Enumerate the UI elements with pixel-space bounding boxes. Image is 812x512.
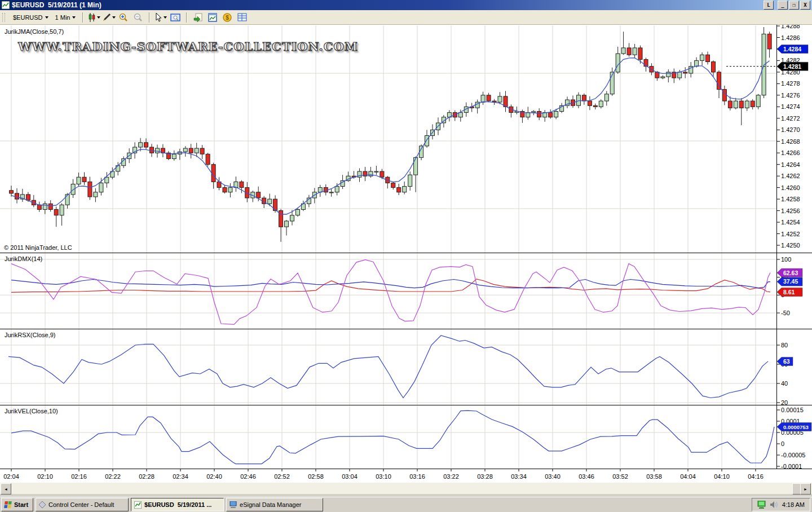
data-series-icon bbox=[193, 13, 202, 22]
svg-text:1.4276: 1.4276 bbox=[781, 92, 800, 99]
tray-monitor-icon[interactable] bbox=[757, 501, 766, 509]
svg-text:1.4252: 1.4252 bbox=[781, 231, 800, 237]
svg-text:1.4254: 1.4254 bbox=[781, 219, 800, 226]
svg-text:0.00015: 0.00015 bbox=[781, 407, 804, 413]
svg-text:02:52: 02:52 bbox=[274, 473, 290, 480]
drawing-tools-icon bbox=[102, 13, 111, 22]
svg-text:1.4250: 1.4250 bbox=[781, 242, 800, 249]
svg-text:62.63: 62.63 bbox=[783, 270, 798, 276]
svg-text:03:28: 03:28 bbox=[477, 473, 493, 480]
svg-text:100: 100 bbox=[781, 256, 791, 263]
toolbar-separator bbox=[186, 12, 187, 23]
snapshot-button[interactable] bbox=[169, 12, 182, 23]
interval-selector[interactable]: 1 Min bbox=[52, 13, 79, 22]
chevron-down-icon bbox=[97, 16, 100, 19]
price-badge: 1.4284 bbox=[777, 45, 808, 53]
horizontal-scrollbar[interactable]: ◄ ► bbox=[0, 483, 812, 494]
zoom-out-button[interactable] bbox=[131, 12, 145, 23]
instrument-selector[interactable]: $EURUSD bbox=[10, 13, 51, 22]
svg-text:80: 80 bbox=[781, 342, 788, 348]
svg-text:8.61: 8.61 bbox=[783, 289, 795, 295]
panel-label-dmx: JurikDMX(14) bbox=[5, 255, 42, 262]
data-series-button[interactable] bbox=[191, 12, 205, 23]
account-button[interactable]: $ bbox=[220, 12, 234, 23]
title-bar[interactable]: $EURUSD 5/19/2011 (1 Min) L _ ❐ X bbox=[0, 0, 812, 10]
chart-icon bbox=[134, 501, 142, 509]
svg-text:02:40: 02:40 bbox=[206, 473, 222, 480]
cursor-button[interactable] bbox=[154, 12, 167, 23]
chart-toolbar: $EURUSD 1 Min $ bbox=[0, 10, 812, 25]
interval-label: 1 Min bbox=[55, 14, 70, 21]
watermark: WWW.TRADING-SOFTWARE-COLLECTION.COM bbox=[18, 39, 358, 54]
taskbar: Start Control Center - Default $EURUSD 5… bbox=[0, 497, 812, 512]
restore-button[interactable]: ❐ bbox=[789, 1, 799, 10]
scroll-thumb[interactable] bbox=[792, 483, 801, 495]
svg-text:03:52: 03:52 bbox=[612, 473, 628, 480]
start-button[interactable]: Start bbox=[1, 498, 33, 511]
price-badge: 62.63 bbox=[777, 268, 802, 277]
svg-text:40: 40 bbox=[781, 380, 788, 387]
price-badge: 0.0000753 bbox=[777, 422, 811, 431]
taskbar-item-label: Control Center - Default bbox=[48, 501, 114, 508]
monitor-icon bbox=[230, 501, 237, 508]
svg-text:02:34: 02:34 bbox=[173, 473, 188, 480]
svg-text:1.4278: 1.4278 bbox=[781, 80, 800, 87]
svg-text:04:16: 04:16 bbox=[748, 473, 764, 480]
data-grid-button[interactable] bbox=[235, 12, 249, 23]
svg-text:02:16: 02:16 bbox=[71, 473, 87, 480]
chevron-down-icon bbox=[45, 16, 48, 19]
chart-window-button[interactable] bbox=[206, 12, 219, 23]
taskbar-item-label: $EURUSD 5/19/2011 ... bbox=[144, 501, 211, 508]
scroll-right-button[interactable]: ► bbox=[800, 483, 811, 495]
svg-text:$: $ bbox=[226, 15, 230, 21]
svg-text:03:16: 03:16 bbox=[409, 473, 425, 480]
svg-text:1.4286: 1.4286 bbox=[781, 34, 800, 41]
price-badge: 1.4281 bbox=[777, 62, 808, 70]
svg-text:1.4260: 1.4260 bbox=[781, 184, 800, 191]
svg-text:20: 20 bbox=[781, 399, 788, 406]
window-title: $EURUSD 5/19/2011 (1 Min) bbox=[12, 1, 102, 9]
svg-text:02:04: 02:04 bbox=[3, 473, 19, 480]
chart-area[interactable]: 1.42881.42861.42841.42821.42801.42781.42… bbox=[0, 0, 812, 497]
svg-text:1.4284: 1.4284 bbox=[783, 46, 801, 52]
close-button[interactable]: X bbox=[800, 1, 810, 10]
svg-text:02:10: 02:10 bbox=[37, 473, 53, 480]
scroll-left-button[interactable]: ◄ bbox=[1, 483, 11, 495]
link-button[interactable]: L bbox=[764, 1, 774, 10]
zoom-in-button[interactable] bbox=[117, 12, 130, 23]
svg-text:02:28: 02:28 bbox=[139, 473, 155, 480]
bar-type-button[interactable] bbox=[87, 12, 101, 23]
svg-text:1.4268: 1.4268 bbox=[781, 138, 800, 145]
svg-text:1.4270: 1.4270 bbox=[781, 126, 800, 133]
copyright-text: © 2011 NinjaTrader, LLC bbox=[4, 244, 72, 251]
chart-window-icon bbox=[208, 13, 217, 22]
volume-icon[interactable] bbox=[770, 501, 779, 509]
svg-text:03:46: 03:46 bbox=[579, 473, 594, 480]
taskbar-item-control-center[interactable]: Control Center - Default bbox=[36, 498, 129, 511]
panel-label-jma: JurikJMA(Close,50,7) bbox=[5, 28, 64, 35]
drawing-tools-button[interactable] bbox=[102, 12, 116, 23]
toolbar-separator bbox=[82, 12, 83, 23]
svg-text:02:46: 02:46 bbox=[240, 473, 256, 480]
taskbar-item-chart[interactable]: $EURUSD 5/19/2011 ... bbox=[131, 498, 224, 511]
svg-text:1.4266: 1.4266 bbox=[781, 149, 800, 156]
snapshot-icon bbox=[170, 13, 180, 22]
minimize-button[interactable]: _ bbox=[778, 1, 788, 10]
price-badge: 37.45 bbox=[777, 277, 802, 286]
svg-text:1.4258: 1.4258 bbox=[781, 196, 800, 202]
svg-text:0: 0 bbox=[781, 440, 784, 447]
svg-text:1.4281: 1.4281 bbox=[783, 63, 801, 70]
chevron-down-icon bbox=[112, 16, 116, 19]
taskbar-item-esignal[interactable]: eSignal Data Manager bbox=[226, 498, 323, 511]
zoom-out-icon bbox=[134, 13, 143, 22]
start-label: Start bbox=[14, 501, 28, 508]
chevron-down-icon bbox=[164, 16, 167, 19]
svg-text:03:34: 03:34 bbox=[511, 473, 527, 480]
data-grid-icon bbox=[237, 13, 247, 21]
svg-text:03:22: 03:22 bbox=[443, 473, 459, 480]
toolbar-grip[interactable] bbox=[2, 13, 5, 22]
svg-text:-0.0001: -0.0001 bbox=[781, 463, 802, 470]
price-badge: 8.61 bbox=[777, 288, 802, 296]
svg-text:03:10: 03:10 bbox=[376, 473, 391, 480]
clock: 4:18 AM bbox=[782, 501, 805, 508]
